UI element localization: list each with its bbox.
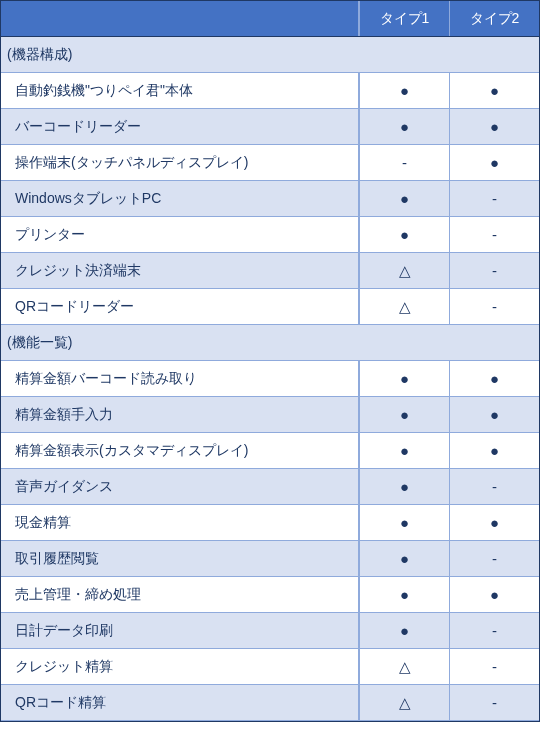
row-value: ●	[359, 541, 449, 576]
row-label: 精算金額バーコード読み取り	[1, 361, 359, 396]
table-row: 精算金額表示(カスタマディスプレイ)●●	[1, 433, 539, 469]
section-header: (機能一覧)	[1, 325, 539, 361]
table-row: QRコードリーダー△-	[1, 289, 539, 325]
table-row: 精算金額手入力●●	[1, 397, 539, 433]
table-row: 取引履歴閲覧●-	[1, 541, 539, 577]
table-row: クレジット決済端末△-	[1, 253, 539, 289]
row-label: プリンター	[1, 217, 359, 252]
row-value: -	[449, 181, 539, 216]
row-value: ●	[359, 73, 449, 108]
row-label: 売上管理・締め処理	[1, 577, 359, 612]
row-value: ●	[359, 361, 449, 396]
row-value: -	[449, 289, 539, 324]
row-value: ●	[359, 433, 449, 468]
table-row: 現金精算●●	[1, 505, 539, 541]
row-value: ●	[449, 433, 539, 468]
row-label: 日計データ印刷	[1, 613, 359, 648]
row-label: 現金精算	[1, 505, 359, 540]
table-row: QRコード精算△-	[1, 685, 539, 721]
table-row: クレジット精算△-	[1, 649, 539, 685]
row-label: クレジット決済端末	[1, 253, 359, 288]
row-value: -	[449, 649, 539, 684]
table-row: 自動釣銭機"つりペイ君"本体●●	[1, 73, 539, 109]
row-value: ●	[449, 361, 539, 396]
section-title: (機能一覧)	[1, 334, 539, 352]
row-value: -	[449, 685, 539, 720]
row-value: ●	[449, 73, 539, 108]
row-label: 取引履歴閲覧	[1, 541, 359, 576]
header-col-type1: タイプ1	[359, 1, 449, 36]
row-label: WindowsタブレットPC	[1, 181, 359, 216]
row-value: △	[359, 649, 449, 684]
row-value: ●	[359, 217, 449, 252]
row-value: ●	[359, 109, 449, 144]
table-body: (機器構成)自動釣銭機"つりペイ君"本体●●バーコードリーダー●●操作端末(タッ…	[1, 37, 539, 721]
row-label: クレジット精算	[1, 649, 359, 684]
row-value: ●	[449, 397, 539, 432]
row-value: -	[449, 253, 539, 288]
row-label: 自動釣銭機"つりペイ君"本体	[1, 73, 359, 108]
table-row: 精算金額バーコード読み取り●●	[1, 361, 539, 397]
row-value: ●	[359, 577, 449, 612]
row-value: ●	[449, 505, 539, 540]
row-value: ●	[359, 505, 449, 540]
row-value: ●	[449, 577, 539, 612]
row-value: -	[449, 217, 539, 252]
section-title: (機器構成)	[1, 46, 539, 64]
row-label: バーコードリーダー	[1, 109, 359, 144]
row-value: ●	[359, 181, 449, 216]
row-value: -	[449, 541, 539, 576]
row-label: 音声ガイダンス	[1, 469, 359, 504]
row-value: ●	[359, 397, 449, 432]
header-col-type2: タイプ2	[449, 1, 539, 36]
row-label: QRコード精算	[1, 685, 359, 720]
comparison-table: タイプ1 タイプ2 (機器構成)自動釣銭機"つりペイ君"本体●●バーコードリーダ…	[0, 0, 540, 722]
table-row: 操作端末(タッチパネルディスプレイ)-●	[1, 145, 539, 181]
row-value: ●	[449, 109, 539, 144]
row-value: -	[359, 145, 449, 180]
table-row: 音声ガイダンス●-	[1, 469, 539, 505]
table-row: WindowsタブレットPC●-	[1, 181, 539, 217]
row-value: ●	[359, 613, 449, 648]
section-header: (機器構成)	[1, 37, 539, 73]
row-value: △	[359, 289, 449, 324]
row-value: ●	[449, 145, 539, 180]
table-row: 売上管理・締め処理●●	[1, 577, 539, 613]
table-row: プリンター●-	[1, 217, 539, 253]
row-value: -	[449, 469, 539, 504]
row-label: 操作端末(タッチパネルディスプレイ)	[1, 145, 359, 180]
table-header-row: タイプ1 タイプ2	[1, 1, 539, 37]
row-label: QRコードリーダー	[1, 289, 359, 324]
table-row: バーコードリーダー●●	[1, 109, 539, 145]
row-label: 精算金額手入力	[1, 397, 359, 432]
row-label: 精算金額表示(カスタマディスプレイ)	[1, 433, 359, 468]
row-value: △	[359, 685, 449, 720]
row-value: △	[359, 253, 449, 288]
table-row: 日計データ印刷●-	[1, 613, 539, 649]
header-empty	[1, 1, 359, 36]
row-value: ●	[359, 469, 449, 504]
row-value: -	[449, 613, 539, 648]
